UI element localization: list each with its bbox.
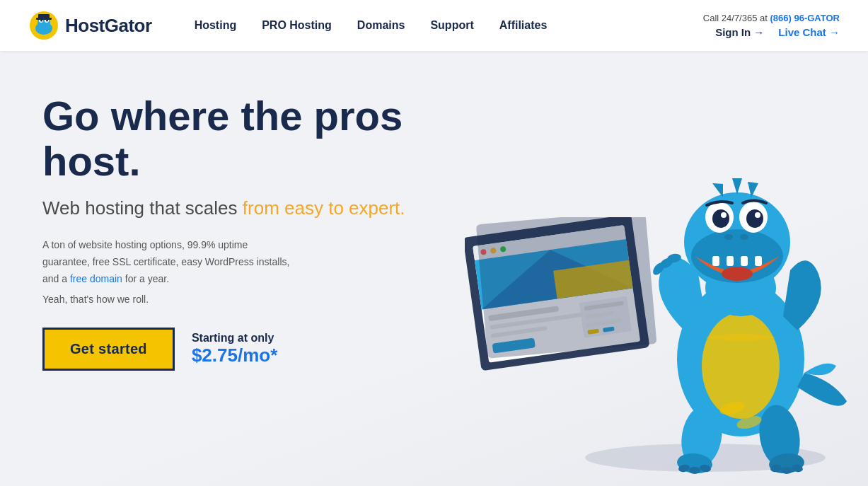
price-display: $2.75/mo* (192, 345, 277, 366)
svg-rect-51 (741, 256, 748, 266)
subtitle-highlight: from easy to expert. (243, 197, 405, 219)
free-domain-link[interactable]: free domain (70, 273, 122, 284)
hero-subtitle: Web hosting that scales from easy to exp… (42, 197, 410, 221)
svg-point-59 (755, 212, 760, 218)
sign-in-link[interactable]: Sign In → (715, 26, 764, 38)
logo-text: HostGator (65, 15, 152, 37)
svg-rect-50 (727, 256, 734, 266)
call-info: Call 24/7/365 at (866) 96-GATOR (703, 13, 840, 23)
header-actions: Sign In → Live Chat → (715, 26, 840, 38)
get-started-button[interactable]: Get started (42, 328, 175, 371)
sign-in-arrow-icon: → (753, 26, 764, 38)
call-text: Call 24/7/365 at (703, 13, 768, 23)
svg-point-60 (724, 234, 733, 240)
hero-section: Go where the pros host. Web hosting that… (0, 51, 868, 486)
hero-description: A ton of website hosting options, 99.9% … (42, 237, 297, 287)
call-number[interactable]: (866) 96-GATOR (770, 13, 840, 23)
header-right: Call 24/7/365 at (866) 96-GATOR Sign In … (703, 13, 840, 38)
starting-at-label: Starting at only (192, 332, 277, 345)
svg-point-39 (781, 467, 792, 474)
svg-point-56 (712, 209, 729, 228)
description-part2: for a year. (122, 273, 169, 284)
live-chat-link[interactable]: Live Chat → (778, 26, 840, 38)
svg-point-57 (746, 209, 763, 228)
live-chat-arrow-icon: → (829, 26, 840, 38)
nav-affiliates[interactable]: Affiliates (499, 19, 548, 32)
cta-area: Get started Starting at only $2.75/mo* (42, 328, 410, 371)
svg-rect-8 (36, 18, 52, 20)
hero-content: Go where the pros host. Web hosting that… (42, 93, 410, 371)
svg-marker-64 (712, 183, 723, 197)
svg-point-61 (740, 234, 748, 240)
svg-point-34 (689, 467, 700, 474)
hero-tagline: Yeah, that's how we roll. (42, 294, 410, 305)
header: HostGator Hosting PRO Hosting Domains Su… (0, 0, 868, 51)
nav-support[interactable]: Support (430, 19, 473, 32)
logo[interactable]: HostGator (28, 10, 152, 41)
nav-hosting[interactable]: Hosting (195, 19, 237, 32)
subtitle-start: Web hosting that scales (42, 197, 243, 219)
pricing-info: Starting at only $2.75/mo* (192, 332, 277, 366)
svg-rect-49 (712, 256, 719, 266)
hostgator-mascot (627, 132, 854, 479)
main-nav: Hosting PRO Hosting Domains Support Affi… (195, 19, 703, 32)
svg-point-58 (721, 212, 727, 218)
nav-pro-hosting[interactable]: PRO Hosting (262, 19, 332, 32)
svg-point-53 (722, 267, 753, 281)
svg-rect-52 (755, 256, 762, 266)
hero-title: Go where the pros host. (42, 93, 410, 184)
nav-domains[interactable]: Domains (357, 19, 405, 32)
logo-icon (28, 10, 59, 41)
svg-marker-62 (732, 178, 742, 195)
